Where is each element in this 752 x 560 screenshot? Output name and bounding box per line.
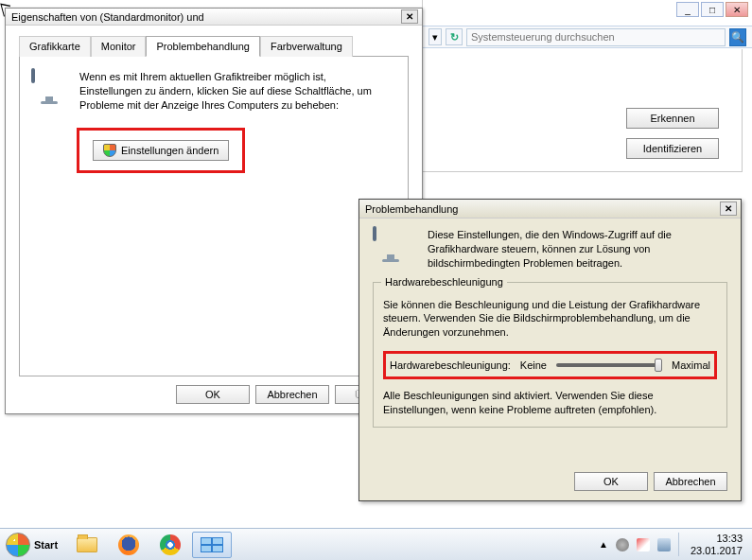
tray-icon[interactable] (637, 538, 650, 551)
path-dropdown[interactable]: ▾ (428, 28, 442, 45)
detect-button[interactable]: Erkennen (626, 108, 719, 129)
intro-text: Diese Einstellungen, die den Windows-Zug… (428, 228, 727, 271)
firefox-icon (118, 534, 139, 555)
display-preview-panel: Erkennen Identifizieren (423, 49, 743, 172)
group-legend: Hardwarebeschleunigung (381, 276, 507, 288)
uac-shield-icon (103, 144, 116, 157)
monitor-icon (373, 228, 411, 262)
monitor-icon (31, 70, 69, 104)
tab-farbverwaltung[interactable]: Farbverwaltung (260, 36, 353, 57)
search-input[interactable]: Systemsteuerung durchsuchen (466, 28, 726, 46)
taskbar-firefox[interactable] (109, 532, 149, 558)
slider-min-label: Keine (520, 359, 547, 371)
hardware-accel-group: Hardwarebeschleunigung Sie können die Be… (373, 282, 727, 428)
dialog-title: Eigenschaften von (Standardmonitor) und (9, 11, 401, 23)
change-settings-label: Einstellungen ändern (121, 145, 219, 156)
start-label: Start (34, 539, 58, 551)
start-button[interactable]: Start (4, 531, 65, 559)
close-icon[interactable]: ✕ (720, 201, 737, 216)
system-tray: ▲ 13:33 23.01.2017 (599, 533, 748, 556)
address-toolbar: ▾ ↻ Systemsteuerung durchsuchen 🔍 (423, 26, 752, 48)
taskbar-taskview[interactable] (192, 532, 232, 558)
maximize-button[interactable]: □ (701, 2, 724, 17)
slider-thumb[interactable] (655, 359, 662, 372)
troubleshoot-dialog: Problembehandlung ✕ Diese Einstellungen,… (359, 199, 742, 501)
chrome-icon (160, 534, 181, 555)
refresh-button[interactable]: ↻ (446, 28, 463, 45)
tabstrip: Grafikkarte Monitor Problembehandlung Fa… (19, 35, 409, 57)
windows-orb-icon (6, 533, 30, 557)
ok-button[interactable]: OK (176, 385, 250, 404)
intro-text: Wenn es mit Ihrem aktuellen Grafiktreibe… (79, 70, 382, 113)
tab-problembehandlung[interactable]: Problembehandlung (146, 36, 259, 57)
close-icon[interactable]: ✕ (401, 9, 418, 24)
taskswitch-icon (201, 537, 223, 552)
control-panel-window: _ □ ✕ ▾ ↻ Systemsteuerung durchsuchen 🔍 … (422, 0, 752, 180)
taskbar-clock[interactable]: 13:33 23.01.2017 (678, 533, 743, 556)
titlebar[interactable]: Eigenschaften von (Standardmonitor) und … (6, 9, 422, 26)
taskbar-chrome[interactable] (150, 532, 190, 558)
tray-overflow-icon[interactable]: ▲ (599, 539, 608, 550)
tab-panel: Wenn es mit Ihrem aktuellen Grafiktreibe… (19, 57, 409, 376)
highlight-accel-slider: Hardwarebeschleunigung: Keine Maximal (383, 351, 717, 379)
accel-note: Alle Beschleunigungen sind aktiviert. Ve… (383, 389, 717, 417)
taskbar-explorer[interactable] (67, 532, 107, 558)
tray-icon[interactable] (616, 538, 629, 551)
tab-monitor[interactable]: Monitor (91, 36, 147, 57)
identify-button[interactable]: Identifizieren (626, 138, 719, 159)
network-icon[interactable] (657, 538, 671, 551)
tab-grafikkarte[interactable]: Grafikkarte (19, 36, 91, 57)
titlebar[interactable]: Problembehandlung ✕ (359, 200, 741, 219)
ok-button[interactable]: OK (574, 472, 648, 491)
close-button[interactable]: ✕ (726, 2, 748, 17)
group-description: Sie können die Beschleunigung und die Le… (383, 298, 717, 341)
search-go-button[interactable]: 🔍 (729, 28, 746, 46)
slider-label: Hardwarebeschleunigung: (390, 359, 511, 371)
hardware-accel-slider[interactable] (556, 363, 662, 367)
minimize-button[interactable]: _ (676, 2, 699, 17)
clock-time: 13:33 (691, 533, 743, 545)
slider-max-label: Maximal (672, 359, 710, 371)
explorer-icon (77, 537, 97, 552)
cancel-button[interactable]: Abbrechen (654, 472, 727, 491)
highlight-change-settings: Einstellungen ändern (77, 128, 245, 173)
cancel-button[interactable]: Abbrechen (255, 385, 329, 404)
clock-date: 23.01.2017 (691, 545, 743, 557)
taskbar: Start ▲ 13:33 23.01.2017 (0, 528, 752, 560)
change-settings-button[interactable]: Einstellungen ändern (93, 140, 229, 161)
dialog-title: Problembehandlung (363, 203, 720, 215)
